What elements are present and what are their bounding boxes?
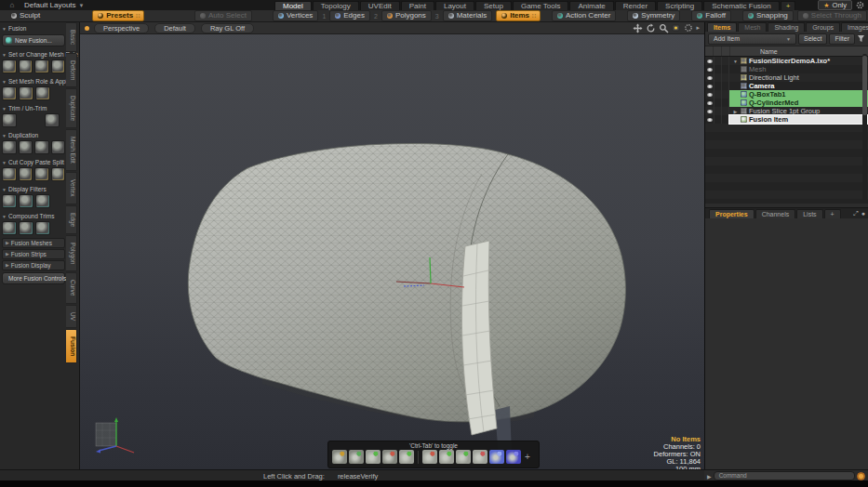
toolbar-select-through-button[interactable]: Select Through (797, 10, 867, 21)
toolbar-polygons-button[interactable]: Polygons (381, 10, 432, 21)
filter-button[interactable]: Filter (829, 33, 855, 45)
fusion-tool-4-icon[interactable] (382, 450, 397, 464)
viewport-options-icon[interactable] (672, 23, 681, 33)
palette-add-icon[interactable]: + (525, 452, 530, 462)
sidebar-vtab-deform[interactable]: Deform (66, 53, 77, 87)
section-header-display-filters[interactable]: ▼Display Filters (0, 183, 67, 193)
render-column-icon[interactable] (722, 46, 730, 56)
trim-un-trim-tool-1-icon[interactable] (2, 113, 17, 127)
axis-gizmo[interactable] (91, 414, 141, 456)
display-filters-tool-3-icon[interactable] (35, 194, 50, 208)
sidebar-vtab-vertex[interactable]: Vertex (66, 172, 77, 204)
visibility-eye-icon[interactable] (705, 59, 714, 63)
expander-icon[interactable]: ▼ (732, 59, 739, 64)
duplication-tool-3-icon[interactable] (34, 140, 49, 154)
display-filters-tool-2-icon[interactable] (19, 194, 33, 208)
tree-row-camera[interactable]: Camera (705, 82, 868, 90)
panel-tab-images[interactable]: Images (841, 22, 868, 32)
visibility-eye-icon[interactable] (705, 68, 714, 72)
section-header-compound-trims[interactable]: ▼Compound Trims (0, 210, 67, 220)
expand-panel-icon[interactable]: ⤢ (853, 210, 859, 217)
visibility-eye-icon[interactable] (705, 101, 714, 105)
visibility-eye-icon[interactable] (705, 85, 714, 88)
visibility-eye-icon[interactable] (705, 76, 714, 80)
compound-trims-tool-3-icon[interactable] (35, 221, 50, 235)
trim-un-trim-tool-2-icon[interactable] (45, 113, 60, 127)
more-fusion-controls-button[interactable]: More Fusion Controls... (2, 272, 65, 284)
panel-tab-shading[interactable]: Shading (768, 22, 805, 32)
bottom-tab-properties[interactable]: Properties (709, 209, 754, 218)
tree-row-mesh[interactable]: Mesh (705, 65, 868, 73)
new-fusion-button[interactable]: New Fusion... (2, 34, 65, 46)
panel-tab-groups[interactable]: Groups (806, 22, 840, 32)
toolbar-materials-button[interactable]: Materials (443, 10, 492, 21)
set-mesh-role-apply-tool-1-icon[interactable] (2, 86, 17, 100)
viewport-perspective-button[interactable]: Perspective (94, 23, 149, 33)
visibility-eye-icon[interactable] (705, 118, 714, 122)
fusion-tool-3-icon[interactable] (366, 450, 381, 464)
toolbar-items-button[interactable]: Items∷ (496, 10, 541, 21)
fusion-tool-10-icon[interactable] (489, 450, 504, 464)
scene-canvas[interactable] (80, 34, 704, 469)
set-or-change-mesh-role-tool-3-icon[interactable] (34, 59, 49, 73)
fusion-tool-6-icon[interactable] (422, 450, 437, 464)
toolbar-action-center-button[interactable]: Action Center (552, 10, 616, 21)
only-button[interactable]: ★ Only (818, 0, 852, 10)
viewport-menu-caret-icon[interactable]: ▸ (696, 24, 700, 32)
duplication-tool-4-icon[interactable] (51, 140, 66, 154)
fusion-tool-9-icon[interactable] (473, 450, 487, 464)
toolbar-edges-button[interactable]: Edges (329, 10, 370, 21)
toolbar-falloff-button[interactable]: Falloff (691, 10, 731, 21)
section-header-cut-copy-paste-split[interactable]: ▼Cut Copy Paste Split (0, 156, 67, 166)
zoom-icon[interactable] (659, 23, 669, 33)
toolbar-sculpt-button[interactable]: Sculpt (6, 10, 46, 21)
display-filters-tool-1-icon[interactable] (2, 194, 17, 208)
visibility-eye-icon[interactable] (705, 110, 714, 113)
tree-row-fusion-item[interactable]: Fusion Item (705, 115, 868, 124)
fusion-tool-1-icon[interactable] (332, 450, 347, 464)
item-tree-scrollbar[interactable] (862, 54, 867, 200)
sidebar-vtab-mesh-edit[interactable]: Mesh Edit (66, 129, 77, 171)
filter-funnel-icon[interactable] (857, 34, 865, 43)
toolbar-vertices-button[interactable]: Vertices (273, 10, 318, 21)
panel-options-icon[interactable]: ● (861, 210, 865, 217)
orbit-icon[interactable] (646, 23, 656, 33)
layout-selector[interactable]: Default Layouts▼ (24, 0, 85, 10)
shading-options-icon[interactable] (684, 23, 693, 33)
add-item-button[interactable]: Add Item ▼ (708, 33, 796, 45)
lock-column-icon[interactable] (714, 46, 722, 56)
viewport-default-button[interactable]: Default (154, 23, 195, 33)
cut-copy-paste-split-tool-4-icon[interactable] (51, 167, 66, 181)
viewport-mode-icon[interactable] (85, 26, 89, 31)
set-or-change-mesh-role-tool-4-icon[interactable] (51, 59, 66, 73)
toolbar-auto-select-button[interactable]: Auto Select (194, 10, 252, 21)
section-header-duplication[interactable]: ▼Duplication (0, 129, 67, 139)
command-input[interactable]: Command (714, 471, 855, 480)
fusion-panel-header[interactable]: ▼ Fusion (0, 22, 67, 33)
section-header-set-mesh-role-apply[interactable]: ▼Set Mesh Role & Apply (0, 75, 67, 86)
app-logo-icon[interactable]: ⌂ (7, 1, 17, 9)
sidebar-vtab-uv[interactable]: UV (66, 305, 77, 328)
fusion-tool-2-icon[interactable] (349, 450, 364, 464)
tree-row-q-cylindermed[interactable]: Q-CylinderMed (705, 99, 868, 107)
expander-icon[interactable]: ▶ (732, 109, 739, 114)
compound-trims-tool-2-icon[interactable] (19, 221, 33, 235)
cut-copy-paste-split-tool-3-icon[interactable] (34, 167, 49, 181)
collapsed-group-fusion-meshes[interactable]: ▶Fusion Meshes (2, 238, 65, 248)
toolbar-symmetry-button[interactable]: Symmetry (627, 10, 680, 21)
bottom-tab-lists[interactable]: Lists (796, 209, 822, 218)
visibility-column-icon[interactable] (705, 46, 714, 56)
sidebar-vtab-fusion[interactable]: Fusion (66, 329, 77, 363)
collapsed-group-fusion-strips[interactable]: ▶Fusion Strips (2, 249, 65, 259)
command-history-icon[interactable] (857, 472, 865, 480)
bottom-tab-channels[interactable]: Channels (755, 209, 796, 218)
visibility-eye-icon[interactable] (705, 93, 714, 97)
sidebar-vtab-duplicate[interactable]: Duplicate (66, 88, 77, 128)
sidebar-vtab-polygon[interactable]: Polygon (66, 235, 77, 272)
gear-icon[interactable] (856, 1, 864, 9)
toolbar-snapping-button[interactable]: Snapping (742, 10, 794, 21)
sidebar-vtab-curve[interactable]: Curve (66, 272, 77, 303)
fusion-tool-11-icon[interactable] (506, 450, 521, 464)
fusion-model[interactable] (188, 143, 625, 423)
collapsed-group-fusion-display[interactable]: ▶Fusion Display (2, 260, 65, 270)
